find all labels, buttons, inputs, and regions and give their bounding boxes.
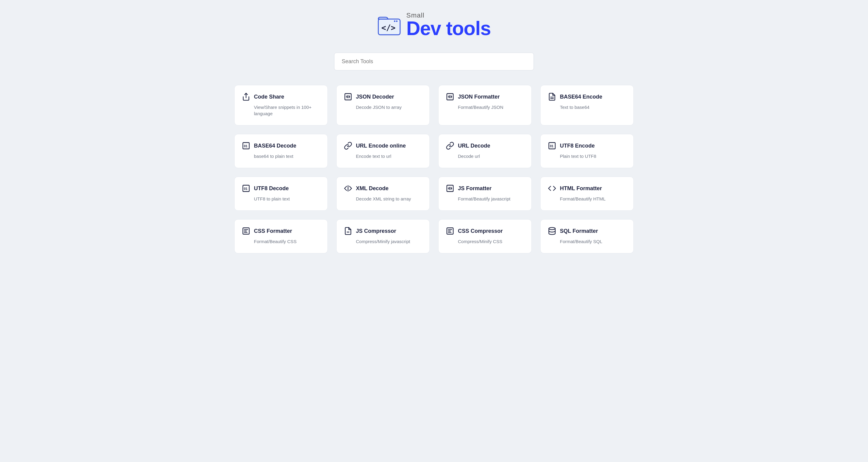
xml-icon <box>344 184 352 193</box>
tool-title: JS Formatter <box>458 185 492 192</box>
logo-icon: </> <box>377 13 401 37</box>
svg-rect-6 <box>447 94 453 100</box>
header: </> Small Dev tools <box>234 12 634 38</box>
tool-card-utf8-encode[interactable]: 01 UTF8 Encode Plain text to UTF8 <box>540 134 634 168</box>
tool-card-inner: 01 UTF8 Decode UTF8 to plain text <box>242 184 320 202</box>
tools-grid: Code Share View/Share snippets in 100+ l… <box>234 85 634 253</box>
tool-card-inner: CSS Formatter Format/Beautify CSS <box>242 227 320 244</box>
tool-desc: Format/Beautify JSON <box>446 104 524 110</box>
tool-card-inner: XML Decode Decode XML string to array <box>344 184 422 202</box>
tool-card-json-formatter[interactable]: JSON Formatter Format/Beautify JSON <box>438 85 532 126</box>
tool-card-base64-encode[interactable]: BASE64 Encode Text to base64 <box>540 85 634 126</box>
tool-title: CSS Formatter <box>254 228 292 234</box>
tool-header: CSS Formatter <box>242 227 320 235</box>
tool-desc: UTF8 to plain text <box>242 196 320 202</box>
tool-desc: Format/Beautify HTML <box>548 196 626 202</box>
svg-point-20 <box>549 227 555 230</box>
search-section <box>234 53 634 70</box>
database-icon <box>548 227 556 235</box>
binary-icon: 01 <box>242 141 250 150</box>
share-icon <box>242 93 250 101</box>
tool-desc: Decode url <box>446 153 524 159</box>
tool-card-inner: 01 BASE64 Decode base64 to plain text <box>242 141 320 159</box>
tool-card-json-decoder[interactable]: JSON Decoder Decode JSON to array <box>336 85 430 126</box>
tool-header: BASE64 Encode <box>548 93 626 101</box>
tool-title: HTML Formatter <box>560 185 602 192</box>
header-big-text: Dev tools <box>406 19 491 38</box>
tool-card-inner: 01 UTF8 Encode Plain text to UTF8 <box>548 141 626 159</box>
tool-title: UTF8 Decode <box>254 185 289 192</box>
tool-title: Code Share <box>254 94 284 100</box>
svg-text:01: 01 <box>244 144 248 148</box>
svg-text:</>: </> <box>381 23 396 32</box>
json-icon <box>446 93 454 101</box>
tool-desc: Format/Beautify CSS <box>242 238 320 244</box>
tool-header: CSS Compressor <box>446 227 524 235</box>
tool-card-html-formatter[interactable]: HTML Formatter Format/Beautify HTML <box>540 176 634 211</box>
tool-card-url-encode[interactable]: URL Encode online Encode text to url <box>336 134 430 168</box>
tool-header: JSON Decoder <box>344 93 422 101</box>
tool-card-css-compressor[interactable]: CSS Compressor Compress/Minify CSS <box>438 219 532 253</box>
tool-card-inner: Code Share View/Share snippets in 100+ l… <box>242 93 320 117</box>
svg-point-1 <box>394 21 396 22</box>
file-compress-icon <box>344 227 352 235</box>
search-box <box>334 53 534 70</box>
tool-header: 01 UTF8 Encode <box>548 141 626 150</box>
svg-rect-5 <box>345 94 351 100</box>
tool-header: JS Compressor <box>344 227 422 235</box>
tool-card-sql-formatter[interactable]: SQL Formatter Format/Beautify SQL <box>540 219 634 253</box>
link-icon <box>446 141 454 150</box>
tool-card-utf8-decode[interactable]: 01 UTF8 Decode UTF8 to plain text <box>234 176 328 211</box>
tool-card-inner: JS Formatter Format/Beautify javascript <box>446 184 524 202</box>
tool-header: HTML Formatter <box>548 184 626 193</box>
tool-header: JSON Formatter <box>446 93 524 101</box>
binary-icon: 01 <box>242 184 250 193</box>
tool-card-inner: JSON Decoder Decode JSON to array <box>344 93 422 110</box>
tool-card-js-compressor[interactable]: JS Compressor Compress/Minify javascript <box>336 219 430 253</box>
json-icon <box>344 93 352 101</box>
tool-title: JSON Decoder <box>356 94 394 100</box>
tool-title: BASE64 Encode <box>560 94 602 100</box>
tool-card-inner: CSS Compressor Compress/Minify CSS <box>446 227 524 244</box>
tool-card-inner: URL Encode online Encode text to url <box>344 141 422 159</box>
tool-desc: Compress/Minify javascript <box>344 238 422 244</box>
tool-title: CSS Compressor <box>458 228 503 234</box>
tool-title: JSON Formatter <box>458 94 500 100</box>
css-icon <box>242 227 250 235</box>
tool-card-base64-decode[interactable]: 01 BASE64 Decode base64 to plain text <box>234 134 328 168</box>
tool-title: BASE64 Decode <box>254 143 296 149</box>
json-icon <box>446 184 454 193</box>
svg-rect-16 <box>447 185 453 192</box>
tool-title: UTF8 Encode <box>560 143 595 149</box>
tool-card-url-decode[interactable]: URL Decode Decode url <box>438 134 532 168</box>
tool-header: 01 UTF8 Decode <box>242 184 320 193</box>
tool-desc: Compress/Minify CSS <box>446 238 524 244</box>
svg-text:01: 01 <box>550 144 554 148</box>
tool-card-code-share[interactable]: Code Share View/Share snippets in 100+ l… <box>234 85 328 126</box>
tool-title: XML Decode <box>356 185 389 192</box>
tool-desc: Encode text to url <box>344 153 422 159</box>
tool-card-css-formatter[interactable]: CSS Formatter Format/Beautify CSS <box>234 219 328 253</box>
tool-header: Code Share <box>242 93 320 101</box>
tool-card-inner: HTML Formatter Format/Beautify HTML <box>548 184 626 202</box>
html-icon <box>548 184 556 193</box>
tool-desc: Format/Beautify SQL <box>548 238 626 244</box>
tool-desc: base64 to plain text <box>242 153 320 159</box>
tool-desc: Text to base64 <box>548 104 626 110</box>
tool-header: XML Decode <box>344 184 422 193</box>
tool-header: URL Decode <box>446 141 524 150</box>
tool-title: JS Compressor <box>356 228 396 234</box>
tool-card-inner: BASE64 Encode Text to base64 <box>548 93 626 110</box>
link-icon <box>344 141 352 150</box>
tool-card-js-formatter[interactable]: JS Formatter Format/Beautify javascript <box>438 176 532 211</box>
tool-card-xml-decode[interactable]: XML Decode Decode XML string to array <box>336 176 430 211</box>
tool-header: 01 BASE64 Decode <box>242 141 320 150</box>
tool-title: URL Encode online <box>356 143 406 149</box>
tool-desc: Format/Beautify javascript <box>446 196 524 202</box>
tool-desc: Decode XML string to array <box>344 196 422 202</box>
tool-card-inner: SQL Formatter Format/Beautify SQL <box>548 227 626 244</box>
tool-header: SQL Formatter <box>548 227 626 235</box>
search-input[interactable] <box>334 53 534 70</box>
tool-desc: Decode JSON to array <box>344 104 422 110</box>
css-icon <box>446 227 454 235</box>
